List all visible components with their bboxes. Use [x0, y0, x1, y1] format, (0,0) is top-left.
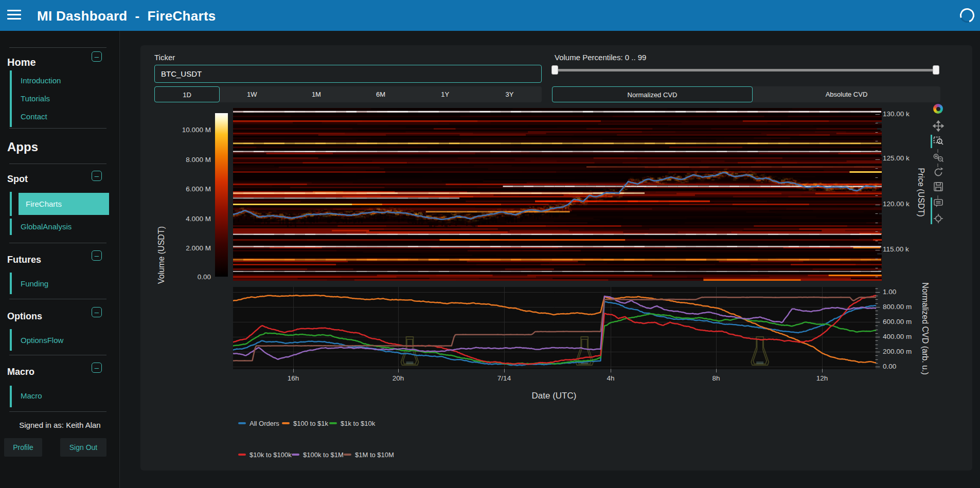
signout-button[interactable]: Sign Out	[60, 438, 106, 457]
collapse-icon[interactable]: –	[92, 51, 102, 62]
sidebar-heading-futures: Futures	[7, 255, 41, 265]
sidebar-item-firecharts[interactable]: FireCharts	[19, 193, 109, 215]
price-tick: 120.00 k	[883, 200, 910, 208]
collapse-icon[interactable]: –	[92, 307, 102, 317]
sidebar-item-introduction[interactable]: Introduction	[21, 76, 61, 85]
colorbar-tick: 10.000 M	[164, 126, 211, 134]
legend-label: $10k to $100k	[250, 451, 292, 459]
slider-handle-max[interactable]	[933, 65, 939, 75]
x-tick: 4h	[593, 374, 629, 382]
nav-group-bar	[10, 219, 12, 235]
range-button-3y[interactable]: 3Y	[477, 86, 542, 102]
cvd-tick: 600.00 m	[883, 318, 912, 326]
cvd-tick: 200.00 m	[883, 348, 912, 355]
zoom-in-out-icon[interactable]	[933, 152, 944, 164]
sidebar-item-contact[interactable]: Contact	[21, 112, 47, 121]
x-tick: 7/14	[486, 374, 522, 382]
x-axis-title: Date (UTC)	[518, 391, 590, 401]
sidebar-item-macro[interactable]: Macro	[21, 391, 42, 400]
legend-label: All Orders	[250, 420, 279, 427]
absolute-cvd-button[interactable]: Absolute CVD	[753, 86, 940, 102]
legend-label: $1M to $10M	[355, 451, 394, 459]
range-selector: 1D 1W 1M 6M 1Y 3Y	[154, 86, 542, 102]
plotly-logo-icon[interactable]	[933, 104, 943, 114]
reset-axes-icon[interactable]	[933, 167, 944, 178]
spikelines-icon[interactable]	[933, 213, 944, 224]
hover-closest-icon[interactable]	[933, 197, 944, 209]
collapse-icon[interactable]: –	[92, 171, 102, 181]
divider	[9, 164, 106, 164]
x-tick: 20h	[380, 374, 416, 382]
legend-label: $100 to $1k	[293, 420, 328, 427]
nav-group-bar	[10, 273, 12, 294]
colorbar-tick: 0.00	[164, 273, 211, 281]
legend-swatch	[282, 422, 290, 424]
sidebar-item-funding[interactable]: Funding	[21, 279, 48, 288]
colorbar-tick: 2.000 M	[164, 244, 211, 252]
divider	[9, 299, 106, 299]
legend-item[interactable]: $100k to $1M	[292, 451, 344, 458]
cvd-tick: 400.00 m	[883, 333, 912, 340]
profile-button[interactable]: Profile	[4, 438, 42, 457]
save-icon[interactable]	[933, 181, 944, 192]
range-button-6m[interactable]: 6M	[349, 86, 413, 102]
legend-item[interactable]: $100 to $1k	[282, 420, 328, 427]
loading-spinner-icon[interactable]	[957, 6, 976, 25]
cvd-tick: 0.00	[883, 363, 896, 370]
cvd-axis-title: Normalized CVD (arb. u.)	[920, 272, 930, 385]
legend-swatch	[344, 454, 351, 456]
x-tick: 8h	[698, 374, 734, 382]
legend-item[interactable]: $1k to $10k	[329, 420, 375, 427]
sidebar-heading-apps: Apps	[7, 140, 38, 154]
colorbar-tick: 6.000 M	[164, 185, 211, 193]
sidebar-item-optionsflow[interactable]: OptionsFlow	[21, 336, 63, 345]
divider	[9, 128, 106, 129]
x-tick: 12h	[804, 374, 840, 382]
volume-colorbar	[215, 113, 228, 277]
sidebar-heading-spot: Spot	[7, 174, 28, 185]
colorbar-tick: 8.000 M	[164, 156, 211, 164]
sidebar-heading-macro: Macro	[7, 367, 34, 377]
normalized-cvd-button[interactable]: Normalized CVD	[552, 86, 753, 102]
legend-label: $100k to $1M	[303, 451, 344, 459]
nav-group-bar	[10, 192, 12, 216]
cvd-mode-selector: Normalized CVD Absolute CVD	[552, 86, 940, 102]
collapse-icon[interactable]: –	[92, 250, 102, 261]
divider	[9, 411, 106, 412]
cvd-tick: 800.00 m	[883, 303, 912, 311]
percentile-slider-track[interactable]	[555, 69, 939, 71]
range-button-1w[interactable]: 1W	[220, 86, 284, 102]
percentile-label: Volume Percentiles: 0 .. 99	[555, 53, 646, 62]
legend-swatch	[292, 454, 299, 456]
legend-item[interactable]: All Orders	[238, 420, 279, 427]
price-tick: 130.00 k	[883, 110, 910, 118]
cvd-tick: 1.00	[883, 288, 896, 296]
box-zoom-icon[interactable]	[933, 135, 944, 146]
nav-group-bar	[10, 70, 12, 127]
menu-icon[interactable]	[7, 10, 21, 21]
pan-icon[interactable]	[933, 120, 944, 132]
range-button-1y[interactable]: 1Y	[413, 86, 477, 102]
divider	[9, 47, 106, 48]
legend-swatch	[238, 422, 246, 424]
colorbar-axis-title: Volume (USDT)	[157, 214, 166, 296]
ticker-label: Ticker	[154, 53, 175, 62]
app-title: MI Dashboard - FireCharts	[37, 0, 216, 31]
slider-handle-min[interactable]	[551, 65, 558, 75]
ticker-input[interactable]	[154, 65, 542, 83]
legend-label: $1k to $10k	[341, 420, 375, 427]
legend-item[interactable]: $10k to $100k	[238, 451, 292, 458]
range-button-1d[interactable]: 1D	[154, 86, 220, 102]
legend-swatch	[329, 422, 337, 424]
sidebar-item-tutorials[interactable]: Tutorials	[21, 94, 50, 103]
legend-swatch	[238, 454, 246, 456]
range-button-1m[interactable]: 1M	[284, 86, 348, 102]
sidebar-item-globalanalysis[interactable]: GlobalAnalysis	[21, 222, 72, 231]
divider	[9, 243, 106, 243]
colorbar-tick: 4.000 M	[164, 215, 211, 223]
legend-item[interactable]: $1M to $10M	[344, 451, 394, 458]
cvd-chart[interactable]	[233, 287, 882, 373]
collapse-icon[interactable]: –	[92, 363, 102, 373]
heatmap-chart[interactable]	[233, 108, 882, 281]
page: MI Dashboard - FireCharts Home – Introdu…	[0, 0, 980, 488]
